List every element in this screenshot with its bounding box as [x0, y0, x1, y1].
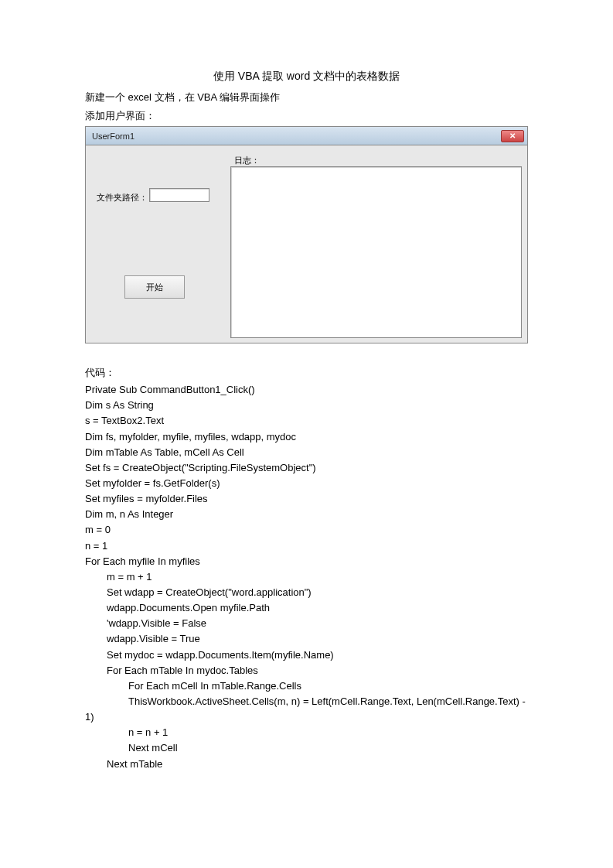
userform-screenshot: UserForm1 ✕ 日志： 文件夹路径： 开始: [85, 126, 528, 343]
code-line: n = n + 1: [85, 725, 528, 740]
code-line: Dim s As String: [85, 398, 528, 413]
code-section: 代码： Private Sub CommandButton1_Click() D…: [85, 365, 528, 772]
code-line: For Each mCell In mTable.Range.Cells: [85, 678, 528, 694]
code-line: Dim m, n As Integer: [85, 507, 528, 522]
code-line: n = 1: [85, 538, 528, 554]
form-body: 日志： 文件夹路径： 开始: [86, 145, 527, 343]
code-line: Private Sub CommandButton1_Click(): [85, 382, 528, 398]
form-titlebar: UserForm1 ✕: [86, 127, 527, 145]
code-line: For Each myfile In myfiles: [85, 554, 528, 569]
code-line: Dim fs, myfolder, myfile, myfiles, wdapp…: [85, 429, 528, 445]
code-line: Set fs = CreateObject("Scripting.FileSys…: [85, 460, 528, 476]
code-line: wdapp.Visible = True: [85, 631, 528, 647]
code-line: Next mTable: [85, 757, 528, 772]
code-line: wdapp.Documents.Open myfile.Path: [85, 600, 528, 616]
log-label: 日志：: [234, 155, 260, 166]
path-label: 文件夹路径：: [97, 192, 148, 203]
intro-line-2: 添加用户界面：: [85, 108, 528, 124]
close-icon[interactable]: ✕: [501, 130, 524, 142]
code-line: Next mCell: [85, 740, 528, 756]
code-line: Set myfolder = fs.GetFolder(s): [85, 476, 528, 491]
code-line: Set myfiles = myfolder.Files: [85, 491, 528, 507]
form-title-text: UserForm1: [92, 132, 135, 141]
code-label: 代码：: [85, 365, 528, 381]
log-textarea[interactable]: [230, 166, 522, 338]
code-line: 'wdapp.Visible = False: [85, 616, 528, 631]
code-line: ThisWorkbook.ActiveSheet.Cells(m, n) = L…: [85, 694, 528, 709]
document-title: 使用 VBA 提取 word 文档中的表格数据: [85, 70, 528, 84]
code-line: Dim mTable As Table, mCell As Cell: [85, 445, 528, 460]
code-line: s = TextBox2.Text: [85, 413, 528, 429]
folder-path-input[interactable]: [149, 188, 209, 202]
code-line: For Each mTable In mydoc.Tables: [85, 663, 528, 678]
code-line: Set mydoc = wdapp.Documents.Item(myfile.…: [85, 648, 528, 663]
code-line: Set wdapp = CreateObject("word.applicati…: [85, 585, 528, 600]
code-line: m = 0: [85, 522, 528, 538]
intro-line-1: 新建一个 excel 文档，在 VBA 编辑界面操作: [85, 90, 528, 105]
start-button[interactable]: 开始: [124, 275, 185, 299]
code-line: 1): [85, 709, 528, 725]
code-line: m = m + 1: [85, 569, 528, 585]
